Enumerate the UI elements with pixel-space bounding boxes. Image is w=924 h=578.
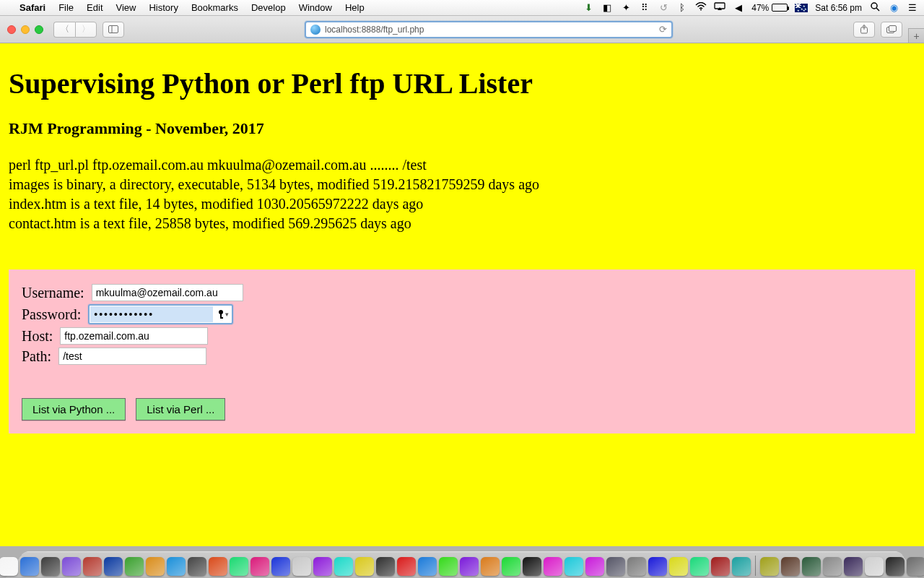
dock-app[interactable] <box>292 557 311 576</box>
input-source-flag-icon[interactable]: ★ ★ ★ ★ ★ <box>795 4 808 12</box>
host-input[interactable] <box>60 327 208 345</box>
dock-app[interactable] <box>627 557 646 576</box>
menu-edit[interactable]: Edit <box>80 2 109 13</box>
dock-app[interactable] <box>844 557 863 576</box>
dock-app[interactable] <box>313 557 332 576</box>
dock-app[interactable] <box>760 557 779 576</box>
dock-app[interactable] <box>271 557 290 576</box>
username-label: Username: <box>22 285 84 301</box>
dock-app[interactable] <box>544 557 562 576</box>
menu-view[interactable]: View <box>110 2 143 13</box>
dock-app[interactable] <box>230 557 248 576</box>
battery-status[interactable]: 47% <box>751 3 788 13</box>
dock-app[interactable] <box>802 557 821 576</box>
volume-icon[interactable]: ◀ <box>733 2 744 13</box>
dock-app[interactable] <box>669 557 688 576</box>
dock-app[interactable] <box>62 557 81 576</box>
minimize-window-button[interactable] <box>21 25 30 34</box>
dock-app[interactable] <box>502 557 520 576</box>
dock-app[interactable] <box>334 557 353 576</box>
dock-app[interactable] <box>711 557 730 576</box>
dock-app[interactable] <box>376 557 395 576</box>
dock-app[interactable] <box>606 557 625 576</box>
svg-point-2 <box>871 3 877 9</box>
menulet-icon-2[interactable]: ✦ <box>620 2 632 13</box>
notification-center-icon[interactable]: ☰ <box>907 2 918 13</box>
svg-line-3 <box>876 8 879 11</box>
list-python-button[interactable]: List via Python ... <box>22 398 126 420</box>
menu-help[interactable]: Help <box>339 2 371 13</box>
dock-app[interactable] <box>648 557 667 576</box>
username-input[interactable] <box>92 284 243 301</box>
sidebar-button[interactable] <box>103 22 124 38</box>
menu-bookmarks[interactable]: Bookmarks <box>185 2 245 13</box>
menu-window[interactable]: Window <box>292 2 339 13</box>
host-label: Host: <box>22 328 53 345</box>
dock-app[interactable] <box>209 557 227 576</box>
dock-app[interactable] <box>886 557 905 576</box>
path-input[interactable] <box>58 348 206 365</box>
password-input[interactable] <box>90 306 213 322</box>
dock-app[interactable] <box>865 557 884 576</box>
time-machine-icon[interactable]: ↺ <box>658 2 669 13</box>
back-button[interactable]: 〈 <box>53 22 75 38</box>
battery-percent: 47% <box>751 3 769 13</box>
share-button[interactable] <box>853 22 875 38</box>
menu-develop[interactable]: Develop <box>245 2 292 13</box>
password-label: Password: <box>22 306 81 323</box>
dock-app[interactable] <box>823 557 842 576</box>
dock-app[interactable] <box>418 557 437 576</box>
wifi-icon[interactable] <box>695 2 707 13</box>
safari-toolbar: 〈 〉 localhost:8888/ftp_url.php ⟳ + <box>0 16 924 43</box>
dock <box>0 546 924 578</box>
dock-app[interactable] <box>146 557 165 576</box>
dock-app[interactable] <box>167 557 186 576</box>
dock-app[interactable] <box>523 557 541 576</box>
dock-app[interactable] <box>188 557 206 576</box>
output-line: images is binary, a directory, executabl… <box>9 175 915 194</box>
script-output: perl ftp_url.pl ftp.ozemail.com.au mkuul… <box>9 155 915 233</box>
list-perl-button[interactable]: List via Perl ... <box>136 398 225 420</box>
dock-app[interactable] <box>565 557 583 576</box>
dock-app[interactable] <box>585 557 604 576</box>
menulet-icon-3[interactable]: ⠿ <box>639 2 650 13</box>
new-tab-button[interactable]: + <box>908 28 924 43</box>
dock-app[interactable] <box>0 557 18 576</box>
siri-icon[interactable]: ◉ <box>888 2 899 13</box>
dock-app[interactable] <box>907 557 925 576</box>
menu-history[interactable]: History <box>142 2 184 13</box>
app-name[interactable]: Safari <box>13 2 52 13</box>
tabs-button[interactable] <box>881 22 902 38</box>
dock-app[interactable] <box>732 557 751 576</box>
bluetooth-icon[interactable]: ᛒ <box>676 2 688 13</box>
close-window-button[interactable] <box>7 25 16 34</box>
forward-button[interactable]: 〉 <box>75 22 97 38</box>
dock-separator <box>755 556 756 576</box>
dock-app[interactable] <box>781 557 800 576</box>
dock-app[interactable] <box>690 557 709 576</box>
dock-app[interactable] <box>41 557 60 576</box>
keychain-icon[interactable]: ▾ <box>213 309 229 319</box>
page-subtitle: RJM Programming - November, 2017 <box>9 119 915 138</box>
dock-app[interactable] <box>104 557 123 576</box>
dock-app[interactable] <box>439 557 458 576</box>
dock-app[interactable] <box>397 557 416 576</box>
dock-app[interactable] <box>125 557 144 576</box>
dock-app[interactable] <box>20 557 39 576</box>
spotlight-icon[interactable] <box>869 1 881 14</box>
menubar-clock[interactable]: Sat 6:56 pm <box>815 3 862 13</box>
zoom-window-button[interactable] <box>35 25 43 34</box>
reload-icon[interactable]: ⟳ <box>659 24 667 35</box>
airplay-icon[interactable] <box>714 2 725 13</box>
chevron-down-icon: ▾ <box>225 311 229 318</box>
menulet-icon-1[interactable]: ◧ <box>601 2 613 13</box>
dock-app[interactable] <box>250 557 269 576</box>
address-bar[interactable]: localhost:8888/ftp_url.php ⟳ <box>305 21 673 38</box>
window-controls <box>7 25 43 34</box>
menu-file[interactable]: File <box>52 2 80 13</box>
dock-app[interactable] <box>83 557 102 576</box>
dock-app[interactable] <box>355 557 374 576</box>
download-icon[interactable]: ⬇ <box>583 2 594 13</box>
dock-app[interactable] <box>481 557 500 576</box>
dock-app[interactable] <box>460 557 479 576</box>
